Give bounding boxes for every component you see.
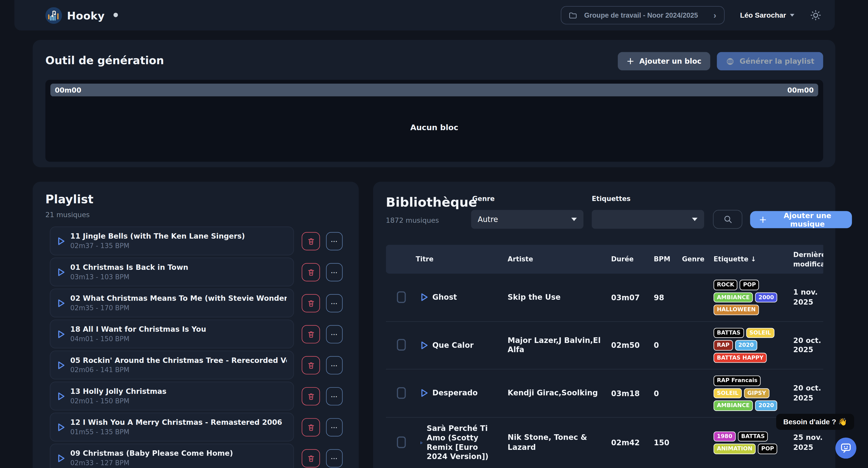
song-title: Que Calor — [432, 341, 473, 350]
table-row[interactable]: Ghost Skip the Use 03m07 98 ROCKPOPAMBIA… — [386, 274, 823, 321]
column-titre[interactable]: Titre — [412, 254, 501, 265]
column-duree[interactable]: Durée — [606, 254, 643, 265]
row-checkbox[interactable] — [397, 437, 406, 448]
search-button[interactable] — [713, 210, 743, 229]
row-checkbox[interactable] — [397, 387, 406, 399]
tag-chip: SOLEIL — [714, 388, 742, 398]
library-title: Bibliothèque — [386, 195, 477, 209]
song-duration: 02m50 — [606, 341, 643, 350]
more-options-button[interactable]: ... — [326, 356, 343, 374]
delete-track-button[interactable] — [302, 232, 320, 250]
column-bpm[interactable]: BPM — [643, 254, 678, 265]
timeline-start: 00m00 — [55, 86, 81, 94]
plus-icon: + — [759, 215, 767, 224]
playlist-track[interactable]: 13 Holly Jolly Christmas 02m01 - 150 BPM — [50, 382, 294, 410]
tag-chip: BATTAS HAPPY — [714, 353, 767, 363]
tag-chip: 1980 — [714, 431, 736, 441]
play-icon[interactable] — [57, 298, 65, 308]
delete-track-button[interactable] — [302, 263, 320, 281]
track-meta: 02m33 - 127 BPM — [70, 459, 233, 467]
more-options-button[interactable]: ... — [326, 325, 343, 343]
play-icon[interactable] — [420, 438, 423, 447]
tag-chip: 2020 — [755, 401, 777, 411]
play-icon[interactable] — [420, 388, 428, 398]
table-row[interactable]: Desperado Kendji Girac,Soolking 03m18 0 … — [386, 370, 823, 417]
play-icon[interactable] — [420, 293, 428, 302]
etiquettes-select[interactable] — [592, 210, 704, 229]
playlist-track[interactable]: 01 Christmas Is Back in Town 03m13 - 103… — [50, 258, 294, 286]
song-duration: 03m07 — [606, 293, 643, 302]
tag-chip: BATTAS — [714, 328, 744, 338]
song-artist: Kendji Girac,Soolking — [501, 388, 606, 398]
playlist-track[interactable]: 09 Christmas (Baby Please Come Home) 02m… — [50, 444, 294, 468]
generate-playlist-label: Générer la playlist — [740, 57, 814, 65]
tag-chip: SOLEIL — [746, 328, 774, 338]
play-icon[interactable] — [57, 360, 65, 370]
delete-track-button[interactable] — [302, 356, 320, 374]
delete-track-button[interactable] — [302, 325, 320, 343]
playlist-track[interactable]: 12 I Wish You A Merry Christmas - Remast… — [50, 413, 294, 442]
more-options-button[interactable]: ... — [326, 449, 343, 467]
timeline-end: 00m00 — [787, 86, 814, 94]
user-menu[interactable]: Léo Sarochar — [737, 10, 798, 20]
playlist-track[interactable]: 11 Jingle Bells (with The Ken Lane Singe… — [50, 227, 294, 256]
theme-toggle[interactable] — [810, 9, 822, 21]
trash-icon — [307, 361, 315, 369]
playlist-track[interactable]: 18 All I Want for Christmas Is You 04m01… — [50, 320, 294, 349]
add-block-label: Ajouter un bloc — [639, 57, 701, 65]
more-options-button[interactable]: ... — [326, 418, 343, 436]
trash-icon — [307, 237, 315, 245]
play-icon[interactable] — [420, 341, 428, 350]
more-options-button[interactable]: ... — [326, 232, 343, 250]
help-tooltip: Besoin d'aide ? 👋 — [776, 414, 854, 430]
generate-playlist-button[interactable]: Générer la playlist — [717, 52, 823, 70]
song-title: Desperado — [432, 388, 477, 398]
delete-track-button[interactable] — [302, 294, 320, 312]
row-checkbox[interactable] — [397, 339, 406, 351]
delete-track-button[interactable] — [302, 418, 320, 436]
play-icon[interactable] — [57, 454, 65, 463]
row-checkbox[interactable] — [397, 291, 406, 303]
playlist-track[interactable]: 02 What Christmas Means To Me (with Stev… — [50, 289, 294, 317]
play-icon[interactable] — [57, 391, 65, 401]
column-artiste[interactable]: Artiste — [501, 254, 606, 265]
play-icon[interactable] — [57, 236, 65, 246]
playlist-track[interactable]: 05 Rockin' Around the Christmas Tree - R… — [50, 351, 294, 380]
delete-track-button[interactable] — [302, 449, 320, 467]
more-options-button[interactable]: ... — [326, 387, 343, 405]
delete-track-button[interactable] — [302, 387, 320, 405]
generator-canvas: 00m00 00m00 Aucun bloc — [45, 80, 823, 162]
generator-title: Outil de génération — [45, 54, 164, 67]
add-music-button[interactable]: + Ajouter une musique — [750, 211, 852, 228]
more-options-button[interactable]: ... — [326, 263, 343, 281]
tag-chip: AMBIANCE — [714, 292, 753, 302]
song-title: Sarà Perché Ti Amo (Scotty Remix [Euro 2… — [427, 423, 501, 462]
help-chat-button[interactable] — [835, 438, 856, 459]
play-icon[interactable] — [57, 422, 65, 432]
genre-select[interactable]: Autre — [471, 210, 584, 229]
track-title: 11 Jingle Bells (with The Ken Lane Singe… — [70, 232, 245, 240]
play-icon[interactable] — [57, 329, 65, 339]
more-options-button[interactable]: ... — [326, 294, 343, 312]
column-derniere-modification[interactable]: Dernière modification — [789, 249, 823, 269]
add-block-button[interactable]: + Ajouter un bloc — [618, 52, 710, 70]
table-row[interactable]: Que Calor Major Lazer,J Balvin,El Alfa 0… — [386, 321, 823, 369]
trash-icon — [307, 454, 315, 462]
workspace-label: Groupe de travail - Noor 2024/2025 — [584, 11, 698, 19]
song-artist: Major Lazer,J Balvin,El Alfa — [501, 335, 606, 355]
status-dot — [114, 12, 118, 17]
song-tags: ROCKPOPAMBIANCE2000HALLOWEEN — [710, 280, 789, 315]
column-genre[interactable]: Genre — [678, 254, 710, 265]
table-row[interactable]: Sarà Perché Ti Amo (Scotty Remix [Euro 2… — [386, 417, 823, 468]
column-etiquette[interactable]: Etiquette ↓ — [710, 254, 789, 265]
track-meta: 02m06 - 141 BPM — [70, 366, 287, 374]
song-bpm: 150 — [643, 438, 678, 447]
song-bpm: 98 — [643, 293, 678, 302]
sort-desc-icon: ↓ — [751, 256, 756, 263]
chevron-down-icon — [571, 217, 577, 221]
play-icon[interactable] — [57, 267, 65, 277]
workspace-selector[interactable]: Groupe de travail - Noor 2024/2025 › — [561, 6, 724, 24]
song-bpm: 0 — [643, 389, 678, 398]
track-title: 09 Christmas (Baby Please Come Home) — [70, 449, 233, 457]
trash-icon — [307, 423, 315, 431]
